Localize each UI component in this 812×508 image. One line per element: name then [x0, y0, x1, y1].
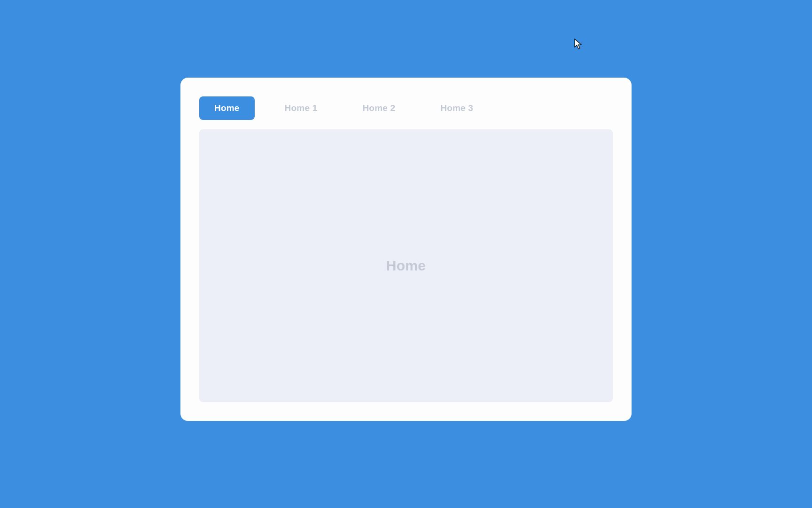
tab-content-panel: Home: [199, 129, 613, 402]
content-title: Home: [386, 258, 426, 274]
tab-home[interactable]: Home: [199, 96, 255, 120]
tab-home-3[interactable]: Home 3: [425, 96, 488, 120]
tab-home-1[interactable]: Home 1: [270, 96, 333, 120]
cursor-icon: [574, 39, 583, 50]
tab-card: Home Home 1 Home 2 Home 3 Home: [180, 78, 632, 421]
tab-home-2[interactable]: Home 2: [347, 96, 410, 120]
tab-list: Home Home 1 Home 2 Home 3: [199, 96, 613, 120]
